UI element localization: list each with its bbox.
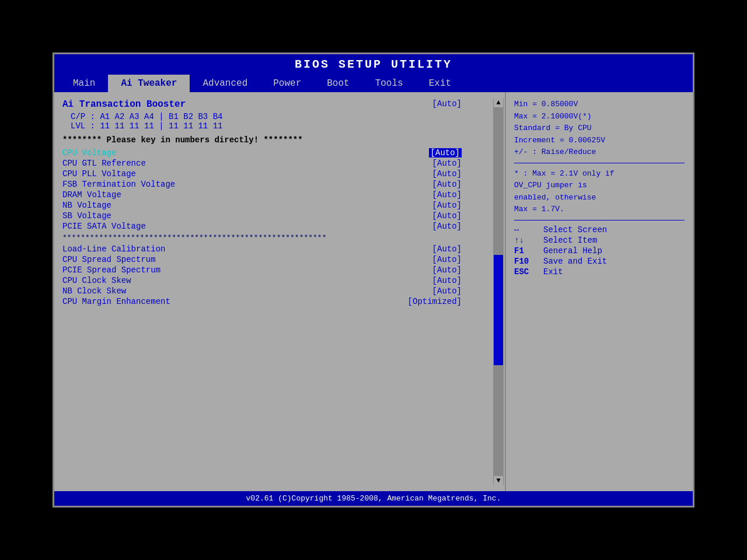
setting2-value-4: [Auto]: [432, 286, 462, 296]
scroll-track: [494, 107, 503, 476]
divider-line: ****************************************…: [62, 233, 497, 242]
note-line-2: enabled, otherwise: [514, 192, 685, 204]
setting-value-0: [Auto]: [429, 148, 462, 158]
setting-row-5[interactable]: NB Voltage[Auto]: [62, 201, 497, 210]
setting2-label-0: Load-Line Calibration: [62, 244, 165, 254]
footer-text: v02.61 (C)Copyright 1985-2008, American …: [246, 494, 501, 503]
setting-value-4: [Auto]: [432, 190, 462, 200]
nav-item-ai-tweaker[interactable]: Ai Tweaker: [108, 75, 190, 92]
setting-value-2: [Auto]: [432, 169, 462, 178]
setting-label-2: CPU PLL Voltage: [62, 169, 136, 178]
setting-label-7: PCIE SATA Voltage: [62, 222, 146, 231]
nav-item-tools[interactable]: Tools: [362, 75, 416, 92]
setting2-row-1[interactable]: CPU Spread Spectrum[Auto]: [62, 255, 497, 264]
shortcut-key-0: ↔: [514, 225, 535, 235]
lvl-line: LVL : 11 11 11 11 | 11 11 11 11: [71, 121, 497, 131]
info-line-0: Min = 0.85000V: [514, 99, 685, 110]
shortcut-key-4: ESC: [514, 267, 535, 276]
info-line-4: +/- : Raise/Reduce: [514, 146, 685, 158]
setting-value-6: [Auto]: [432, 211, 462, 220]
scroll-down-button[interactable]: ▼: [494, 476, 503, 485]
setting-row-2[interactable]: CPU PLL Voltage[Auto]: [62, 169, 497, 178]
setting-label-6: SB Voltage: [62, 211, 111, 220]
setting-row-6[interactable]: SB Voltage[Auto]: [62, 211, 497, 220]
scrollbar[interactable]: ▲ ▼: [493, 98, 504, 485]
right-divider-1: [514, 163, 685, 163]
info-line-3: Increment = 0.00625V: [514, 135, 685, 146]
setting2-value-1: [Auto]: [432, 255, 462, 264]
shortcut-row-1: ↑↓Select Item: [514, 236, 685, 245]
nav-item-advanced[interactable]: Advanced: [190, 75, 260, 92]
main-content: Ai Transaction Booster [Auto] C/P : A1 A…: [54, 92, 693, 491]
setting2-row-4[interactable]: NB Clock Skew[Auto]: [62, 286, 497, 296]
shortcut-row-2: F1General Help: [514, 246, 685, 256]
setting-row-0[interactable]: CPU Voltage[Auto]: [62, 148, 497, 158]
shortcut-key-2: F1: [514, 246, 535, 256]
setting-label-3: FSB Termination Voltage: [62, 180, 175, 189]
shortcut-row-3: F10Save and Exit: [514, 257, 685, 266]
setting2-row-0[interactable]: Load-Line Calibration[Auto]: [62, 244, 497, 254]
shortcut-key-3: F10: [514, 257, 535, 266]
shortcut-key-1: ↑↓: [514, 236, 535, 245]
nav-item-boot[interactable]: Boot: [314, 75, 362, 92]
setting-label-5: NB Voltage: [62, 201, 111, 210]
setting-row-4[interactable]: DRAM Voltage[Auto]: [62, 190, 497, 200]
right-divider-2: [514, 220, 685, 220]
info-lines: Min = 0.85000VMax = 2.10000V(*)Standard …: [514, 99, 685, 158]
setting2-label-4: NB Clock Skew: [62, 286, 126, 296]
setting-label-4: DRAM Voltage: [62, 190, 121, 200]
scroll-up-button[interactable]: ▲: [494, 98, 503, 107]
setting2-row-2[interactable]: PCIE Spread Spectrum[Auto]: [62, 265, 497, 275]
settings-list-2: Load-Line Calibration[Auto]CPU Spread Sp…: [62, 244, 497, 306]
shortcut-desc-3: Save and Exit: [543, 257, 607, 266]
info-line-2: Standard = By CPU: [514, 123, 685, 134]
setting2-row-3[interactable]: CPU Clock Skew[Auto]: [62, 276, 497, 285]
info-line-1: Max = 2.10000V(*): [514, 111, 685, 123]
shortcut-desc-2: General Help: [543, 246, 602, 256]
setting-value-5: [Auto]: [432, 201, 462, 210]
section-title: Ai Transaction Booster: [62, 99, 186, 110]
shortcut-row-4: ESCExit: [514, 267, 685, 276]
nav-item-exit[interactable]: Exit: [416, 75, 464, 92]
setting2-label-3: CPU Clock Skew: [62, 276, 131, 285]
shortcut-desc-1: Select Item: [543, 236, 597, 245]
settings-list: CPU Voltage[Auto]CPU GTL Reference[Auto]…: [62, 148, 497, 231]
setting-value-7: [Auto]: [432, 222, 462, 231]
setting2-value-5: [Optimized]: [408, 297, 462, 306]
setting2-value-0: [Auto]: [432, 244, 462, 254]
nav-bar: MainAi TweakerAdvancedPowerBootToolsExit: [54, 75, 693, 92]
setting-label-0: CPU Voltage: [62, 148, 116, 158]
setting-row-1[interactable]: CPU GTL Reference[Auto]: [62, 159, 497, 168]
setting-row-7[interactable]: PCIE SATA Voltage[Auto]: [62, 222, 497, 231]
setting2-label-5: CPU Margin Enhancement: [62, 297, 170, 306]
scroll-thumb[interactable]: [494, 255, 503, 366]
bios-screen: BIOS SETUP UTILITY MainAi TweakerAdvance…: [53, 52, 694, 508]
shortcut-row-0: ↔Select Screen: [514, 225, 685, 235]
setting2-label-2: PCIE Spread Spectrum: [62, 265, 160, 275]
warning-line: ******** Please key in numbers directly!…: [62, 135, 497, 145]
section-value: [Auto]: [432, 99, 462, 111]
title-text: BIOS SETUP UTILITY: [295, 58, 452, 71]
setting2-row-5[interactable]: CPU Margin Enhancement[Optimized]: [62, 297, 497, 306]
setting2-value-3: [Auto]: [432, 276, 462, 285]
nav-item-power[interactable]: Power: [260, 75, 314, 92]
note-line-0: * : Max = 2.1V only if: [514, 168, 685, 180]
note-line-1: OV_CPU jumper is: [514, 180, 685, 191]
right-panel: Min = 0.85000VMax = 2.10000V(*)Standard …: [506, 92, 693, 491]
shortcut-rows: ↔Select Screen↑↓Select ItemF1General Hel…: [514, 225, 685, 276]
shortcut-desc-4: Exit: [543, 267, 563, 276]
shortcut-desc-0: Select Screen: [543, 225, 607, 235]
setting2-label-1: CPU Spread Spectrum: [62, 255, 156, 264]
setting-label-1: CPU GTL Reference: [62, 159, 146, 168]
footer: v02.61 (C)Copyright 1985-2008, American …: [54, 491, 693, 506]
left-panel: Ai Transaction Booster [Auto] C/P : A1 A…: [54, 92, 506, 491]
note-line-3: Max = 1.7V.: [514, 204, 685, 215]
setting-value-1: [Auto]: [432, 159, 462, 168]
setting-row-3[interactable]: FSB Termination Voltage[Auto]: [62, 180, 497, 189]
note-lines: * : Max = 2.1V only ifOV_CPU jumper isen…: [514, 168, 685, 215]
setting2-value-2: [Auto]: [432, 265, 462, 275]
ai-transaction-booster-row: Ai Transaction Booster [Auto]: [62, 99, 497, 111]
setting-value-3: [Auto]: [432, 180, 462, 189]
cp-line: C/P : A1 A2 A3 A4 | B1 B2 B3 B4: [71, 112, 497, 121]
nav-item-main[interactable]: Main: [60, 75, 108, 92]
